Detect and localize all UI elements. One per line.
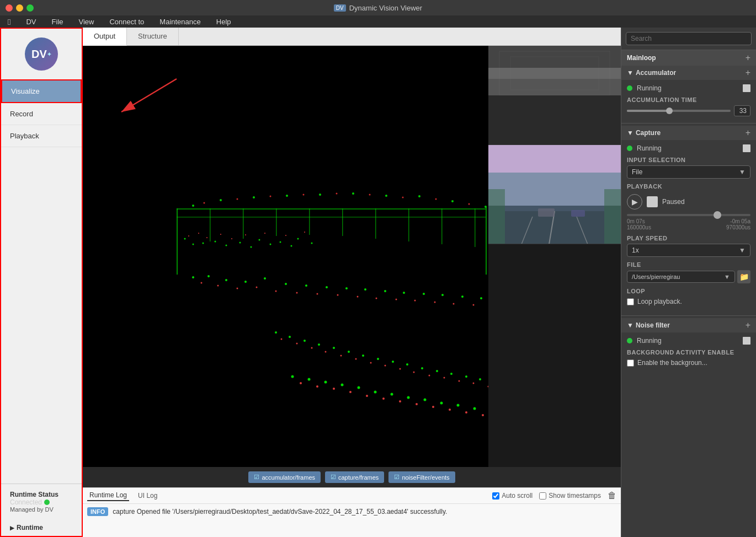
noise-filter-add-button[interactable]: + (746, 321, 750, 330)
show-timestamps-toggle[interactable]: Show timestamps (539, 492, 601, 500)
channel-capture-checkbox[interactable]: ☑ (331, 474, 336, 481)
accumulator-label: Accumulator (636, 69, 676, 77)
timeline-right-top: -0m 05a (726, 218, 750, 224)
noise-filter-stop-button[interactable] (743, 337, 750, 345)
svg-point-92 (311, 347, 313, 349)
tab-structure[interactable]: Structure (127, 28, 179, 45)
svg-point-106 (413, 372, 415, 373)
auto-scroll-toggle[interactable]: Auto scroll (492, 492, 533, 500)
sidebar-item-visualize[interactable]: Visualize (1, 79, 82, 103)
apple-menu[interactable]:  (4, 16, 14, 28)
input-selection-label: INPUT SELECTION (627, 157, 750, 163)
svg-point-68 (305, 284, 307, 287)
file-input[interactable]: /Users/pierregirau ▼ (627, 271, 735, 283)
show-timestamps-checkbox[interactable] (539, 492, 546, 500)
mainloop-add-button[interactable]: + (746, 53, 750, 62)
log-tab-ui[interactable]: UI Log (136, 491, 159, 501)
capture-title: ▼ Capture (627, 129, 661, 137)
svg-point-9 (303, 194, 305, 196)
menu-dv[interactable]: DV (23, 17, 39, 27)
sidebar-item-playback[interactable]: Playback (1, 125, 82, 147)
timeline-track[interactable] (627, 214, 750, 216)
menu-connect[interactable]: Connect to (106, 17, 147, 27)
svg-point-131 (333, 388, 335, 390)
app-logo: DV ✦ (25, 37, 58, 71)
capture-add-button[interactable]: + (746, 128, 750, 137)
svg-point-107 (421, 367, 423, 369)
log-tab-runtime[interactable]: Runtime Log (87, 490, 129, 501)
stop-button[interactable] (647, 196, 658, 207)
browse-folder-button[interactable]: 📁 (737, 270, 750, 283)
accumulator-header[interactable]: ▼ Accumulator + (621, 66, 756, 80)
noise-filter-header[interactable]: ▼ Noise filter + (621, 318, 756, 332)
capture-header[interactable]: ▼ Capture + (621, 126, 756, 140)
accumulation-time-slider[interactable] (627, 110, 731, 112)
main-layout: DV ✦ Visualize Record Playback Runtime S… (0, 28, 756, 537)
runtime-section-toggle[interactable]: ▶ Runtime (1, 519, 82, 536)
viz-container (83, 46, 621, 467)
bg-activity-checkbox[interactable] (627, 359, 634, 367)
separator-1 (621, 123, 756, 123)
svg-point-8 (286, 195, 288, 197)
svg-point-7 (270, 196, 271, 197)
sidebar-item-record[interactable]: Record (1, 103, 82, 125)
channel-noisefilter[interactable]: ☑ noiseFilter/events (388, 471, 455, 483)
svg-point-70 (326, 286, 328, 288)
menu-help[interactable]: Help (213, 17, 235, 27)
capture-stop-button[interactable] (743, 144, 750, 152)
svg-point-128 (308, 378, 311, 381)
input-selection-arrow-icon: ▼ (739, 168, 746, 176)
channel-accumulator[interactable]: ☑ accumulator/frames (248, 471, 321, 483)
menu-file[interactable]: File (49, 17, 67, 27)
svg-rect-23 (177, 208, 178, 275)
maximize-button[interactable] (26, 4, 34, 12)
svg-rect-27 (276, 208, 277, 236)
svg-point-42 (226, 245, 227, 246)
timeline-left-top: 0m 07s (627, 218, 651, 224)
svg-rect-29 (342, 208, 343, 236)
sidebar-item-playback-label: Playback (10, 132, 39, 140)
svg-point-62 (244, 281, 247, 283)
svg-point-95 (333, 347, 335, 349)
accumulator-status-row: Running (627, 84, 750, 92)
menu-view[interactable]: View (76, 17, 98, 27)
svg-point-84 (461, 296, 464, 298)
channel-noisefilter-checkbox[interactable]: ☑ (394, 474, 400, 481)
close-button[interactable] (6, 4, 13, 12)
loop-row: Loop playback. (627, 298, 750, 305)
mainloop-header[interactable]: Mainloop + (621, 50, 756, 66)
svg-point-144 (440, 402, 443, 405)
file-path: /Users/pierregirau (632, 273, 680, 280)
timeline-labels: 0m 07s 160000us -0m 05a 970300us (627, 218, 750, 230)
loop-label: LOOP (627, 288, 750, 294)
svg-point-53 (297, 238, 299, 240)
svg-rect-186 (571, 210, 585, 217)
channel-accumulator-checkbox[interactable]: ☑ (254, 474, 259, 481)
menu-maintenance[interactable]: Maintenance (156, 17, 204, 27)
search-input[interactable] (626, 32, 752, 45)
noise-filter-content: Running BACKGROUND ACTIVITY ENABLE Enabl… (621, 332, 756, 374)
svg-point-34 (184, 238, 186, 240)
channel-capture[interactable]: ☑ capture/frames (325, 471, 384, 483)
playback-timeline[interactable]: 0m 07s 160000us -0m 05a 970300us (627, 214, 750, 230)
play-button[interactable]: ▶ (627, 194, 642, 210)
tab-output[interactable]: Output (83, 28, 127, 46)
svg-point-96 (340, 355, 342, 357)
svg-rect-28 (309, 208, 310, 235)
slider-thumb[interactable] (666, 108, 673, 114)
loop-checkbox[interactable] (627, 298, 634, 305)
auto-scroll-checkbox[interactable] (492, 492, 499, 500)
clear-log-button[interactable]: 🗑 (608, 491, 616, 501)
minimize-button[interactable] (16, 4, 23, 12)
timeline-thumb[interactable] (714, 211, 721, 219)
accumulation-time-value: 33 (734, 105, 750, 116)
input-selection-dropdown[interactable]: File ▼ (627, 165, 750, 179)
runtime-status-section: Runtime Status Connected Managed by DV ▶… (1, 484, 82, 536)
svg-point-78 (403, 292, 405, 294)
play-speed-dropdown[interactable]: 1x ▼ (627, 244, 750, 257)
managed-by: Managed by DV (10, 506, 73, 513)
accumulator-add-button[interactable]: + (746, 68, 750, 77)
svg-point-10 (319, 194, 321, 196)
accumulator-stop-button[interactable] (743, 84, 750, 92)
svg-point-137 (382, 398, 385, 400)
